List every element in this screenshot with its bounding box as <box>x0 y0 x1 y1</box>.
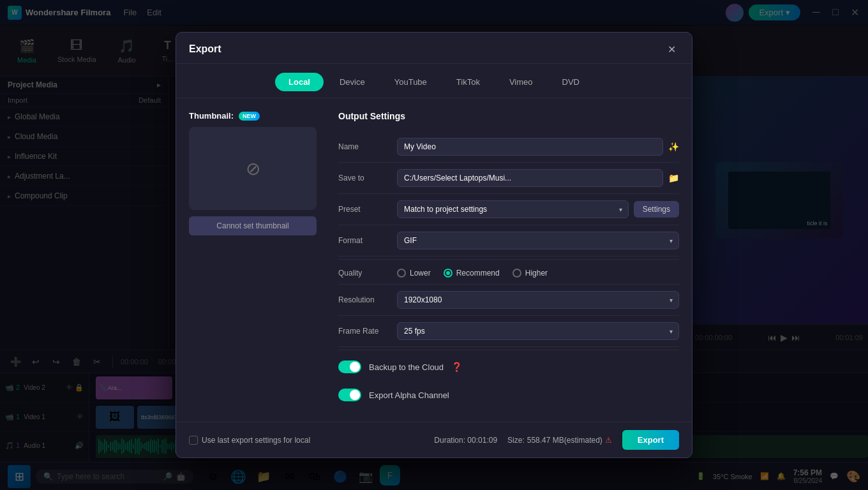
thumbnail-label: Thumbnail: NEW <box>189 111 323 121</box>
thumbnail-section: Thumbnail: NEW ⊘ Cannot set thumbnail <box>189 111 323 409</box>
quality-row: Quality Lower Recommend <box>338 262 679 285</box>
tab-local[interactable]: Local <box>275 73 324 91</box>
last-settings-label: Use last export settings for local <box>202 436 310 445</box>
quality-recommend[interactable]: Recommend <box>444 269 500 278</box>
export-alpha-row: Export Alpha Channel <box>338 381 679 409</box>
size-info: Size: 558.47 MB(estimated) ⚠ <box>507 436 612 445</box>
checkbox-box[interactable] <box>189 436 198 445</box>
quality-recommend-label: Recommend <box>456 269 500 278</box>
output-section: Output Settings Name ✨ Save to 📁 <box>338 111 679 409</box>
save-to-input[interactable] <box>397 169 663 187</box>
size-label: Size: <box>507 436 525 445</box>
modal-tabs: Local Device YouTube TikTok Vimeo DVD <box>176 64 692 98</box>
preset-label: Preset <box>338 205 389 214</box>
divider2 <box>338 350 679 350</box>
frame-rate-row: Frame Rate 25 fps <box>338 316 679 347</box>
thumbnail-preview: ⊘ <box>189 127 317 210</box>
thumbnail-placeholder-icon: ⊘ <box>246 158 260 179</box>
export-alpha-toggle[interactable] <box>338 389 361 401</box>
resolution-select[interactable]: 1920x1080 <box>397 291 679 309</box>
backup-toggle[interactable] <box>338 360 361 373</box>
tab-youtube[interactable]: YouTube <box>381 73 440 91</box>
frame-rate-label: Frame Rate <box>338 327 389 336</box>
modal-title: Export <box>189 43 221 55</box>
modal-overlay: Export ✕ Local Device YouTube TikTok Vim… <box>0 0 868 490</box>
quality-recommend-radio[interactable] <box>444 269 453 278</box>
modal-footer: Use last export settings for local Durat… <box>176 422 692 457</box>
thumbnail-text: Thumbnail: <box>189 111 234 121</box>
warning-icon: ⚠ <box>605 436 612 445</box>
tab-vimeo[interactable]: Vimeo <box>496 73 546 91</box>
modal-body: Thumbnail: NEW ⊘ Cannot set thumbnail Ou… <box>176 98 692 422</box>
resolution-row: Resolution 1920x1080 <box>338 285 679 316</box>
backup-label: Backup to the Cloud <box>369 362 444 372</box>
save-to-label: Save to <box>338 174 389 182</box>
quality-lower[interactable]: Lower <box>397 269 431 278</box>
export-alpha-label: Export Alpha Channel <box>369 390 449 400</box>
quality-recommend-inner <box>446 271 450 275</box>
new-badge: NEW <box>239 112 260 121</box>
quality-lower-radio[interactable] <box>397 269 406 278</box>
backup-row: Backup to the Cloud ❓ <box>338 353 679 381</box>
divider1 <box>338 259 679 260</box>
export-main-button[interactable]: Export <box>622 430 679 450</box>
quality-label: Quality <box>338 269 389 278</box>
modal-titlebar: Export ✕ <box>176 33 692 64</box>
quality-higher[interactable]: Higher <box>513 269 548 278</box>
ai-icon[interactable]: ✨ <box>668 142 679 152</box>
duration-info: Duration: 00:01:09 <box>434 436 497 445</box>
output-settings-title: Output Settings <box>338 111 679 121</box>
format-label: Format <box>338 236 389 245</box>
name-input[interactable] <box>397 138 663 156</box>
frame-rate-select[interactable]: 25 fps <box>397 322 679 340</box>
preset-select[interactable]: Match to project settings <box>397 200 629 218</box>
quality-lower-label: Lower <box>410 269 431 278</box>
modal-close-button[interactable]: ✕ <box>664 41 679 57</box>
tab-tiktok[interactable]: TikTok <box>443 73 493 91</box>
backup-toggle-knob <box>350 362 360 372</box>
settings-button[interactable]: Settings <box>634 201 679 218</box>
resolution-label: Resolution <box>338 295 389 304</box>
format-row: Format GIF <box>338 225 679 256</box>
folder-icon[interactable]: 📁 <box>668 173 679 183</box>
quality-group: Lower Recommend Higher <box>397 269 548 278</box>
duration-value: 00:01:09 <box>467 436 497 445</box>
tab-device[interactable]: Device <box>326 73 378 91</box>
quality-higher-label: Higher <box>525 269 548 278</box>
save-to-row: Save to 📁 <box>338 163 679 194</box>
tab-dvd[interactable]: DVD <box>549 73 593 91</box>
export-alpha-toggle-knob <box>350 390 360 400</box>
name-label: Name <box>338 142 389 151</box>
name-row: Name ✨ <box>338 131 679 163</box>
export-modal: Export ✕ Local Device YouTube TikTok Vim… <box>176 32 692 458</box>
backup-help-icon[interactable]: ❓ <box>451 362 462 372</box>
quality-higher-radio[interactable] <box>513 269 521 278</box>
cannot-set-thumbnail-button[interactable]: Cannot set thumbnail <box>189 216 317 235</box>
format-select[interactable]: GIF <box>397 232 679 249</box>
duration-label: Duration: <box>434 436 465 445</box>
size-value: 558.47 MB(estimated) <box>527 436 602 445</box>
last-settings-checkbox[interactable]: Use last export settings for local <box>189 436 310 445</box>
footer-info: Duration: 00:01:09 Size: 558.47 MB(estim… <box>434 430 679 450</box>
preset-row: Preset Match to project settings Setting… <box>338 194 679 225</box>
